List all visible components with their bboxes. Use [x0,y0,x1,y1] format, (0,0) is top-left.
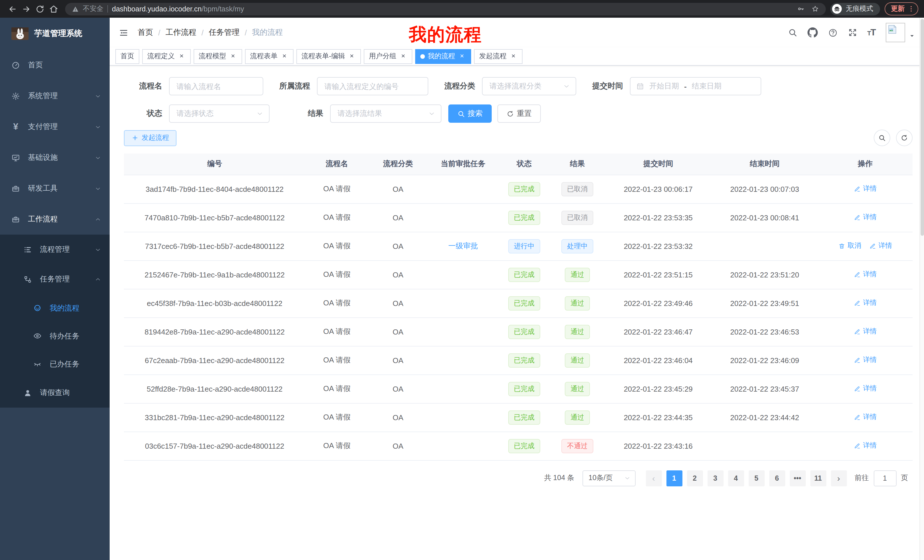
home-icon[interactable] [47,2,60,16]
reload-icon[interactable] [33,2,47,16]
search-icon[interactable] [788,28,797,37]
cell-current_task[interactable]: 一级审批 [428,232,498,260]
table-row: 52ffd28e-7b9a-11ec-a290-acde48001122OA 请… [124,374,913,403]
not-secure-icon[interactable] [72,5,79,12]
page-button-3[interactable]: 3 [707,470,723,486]
next-page-button[interactable]: › [831,470,847,486]
status-badge: 已完成 [508,382,540,396]
page-button-2[interactable]: 2 [687,470,703,486]
reset-button[interactable]: 重置 [497,105,541,123]
scrollbar-thumb[interactable] [921,19,924,236]
category-select[interactable]: 请选择流程分类 [482,77,576,95]
avatar[interactable] [886,23,905,42]
cell-name: OA 请假 [305,403,368,431]
detail-action[interactable]: 详情 [854,184,877,194]
sidebar-item-研发工具[interactable]: 研发工具 [0,173,110,204]
breadcrumb-item[interactable]: 首页 [138,27,153,38]
toggle-search-button[interactable] [874,130,890,146]
detail-action[interactable]: 详情 [854,412,877,422]
browser-menu-icon[interactable] [908,5,915,13]
process-definition-input[interactable] [317,77,428,95]
result-badge: 通过 [565,353,590,367]
breadcrumb-item[interactable]: 工作流程 [166,27,196,38]
back-icon[interactable] [6,2,20,16]
user-menu[interactable] [886,23,915,42]
tab-我的流程[interactable]: 我的流程× [415,49,471,64]
browser-update-button[interactable]: 更新 [885,2,918,15]
page-size-value: 10条/页 [588,473,624,483]
cancel-action[interactable]: 取消 [838,241,861,251]
caret-down-icon[interactable] [909,33,915,39]
font-size-icon[interactable]: TT [867,28,876,37]
sidebar-item-系统管理[interactable]: 系统管理 [0,81,110,111]
sidebar-item-任务管理[interactable]: 任务管理 [0,264,110,294]
tab-close-icon[interactable]: × [178,52,186,60]
detail-action[interactable]: 详情 [869,241,892,251]
tab-用户分组[interactable]: 用户分组× [364,49,412,64]
delete-icon [838,243,845,250]
cell-result: 通过 [550,346,605,374]
page-scrollbar[interactable] [920,18,924,560]
help-icon[interactable] [828,28,837,37]
breadcrumb-item[interactable]: 任务管理 [209,27,240,38]
github-icon[interactable] [807,27,818,38]
refresh-table-button[interactable] [896,130,913,146]
detail-action[interactable]: 详情 [854,327,877,337]
tab-close-icon[interactable]: × [229,52,237,60]
cell-submit_time: 2022-01-22 23:53:32 [605,232,711,260]
tab-close-icon[interactable]: × [458,52,466,60]
sidebar-item-支付管理[interactable]: ¥支付管理 [0,111,110,142]
prev-page-button[interactable]: ‹ [646,470,662,486]
sidebar-item-工作流程[interactable]: 工作流程 [0,204,110,235]
sidebar-item-我的流程[interactable]: 我的流程 [0,294,110,322]
goto-page-input[interactable] [873,470,896,486]
edit-icon [854,385,861,392]
pagination-ellipsis[interactable]: ••• [789,470,806,486]
bookmark-star-icon[interactable] [812,5,819,13]
sidebar-toggle-icon[interactable] [119,28,129,37]
page-button-6[interactable]: 6 [769,470,785,486]
action-label: 详情 [863,270,877,279]
sidebar-item-请假查询[interactable]: 请假查询 [0,378,110,407]
tab-首页[interactable]: 首页 [116,49,140,64]
sidebar-item-首页[interactable]: 首页 [0,49,110,81]
tab-流程模型[interactable]: 流程模型× [194,49,242,64]
column-header-end_time: 结束时间 [711,154,818,175]
result-select[interactable]: 请选择流结果 [330,105,441,123]
tab-流程表单-编辑[interactable]: 流程表单-编辑× [296,49,361,64]
fullscreen-icon[interactable] [848,28,857,37]
forward-icon[interactable] [20,2,33,16]
page-button-4[interactable]: 4 [728,470,744,486]
page-button-1[interactable]: 1 [666,470,682,486]
tab-close-icon[interactable]: × [348,52,356,60]
submit-time-range-picker[interactable]: 开始日期 - 结束日期 [630,77,761,95]
detail-action[interactable]: 详情 [854,298,877,308]
page-size-select[interactable]: 10条/页 [582,470,635,486]
tab-close-icon[interactable]: × [399,52,407,60]
page-button-5[interactable]: 5 [748,470,764,486]
detail-action[interactable]: 详情 [854,270,877,279]
sidebar-item-基础设施[interactable]: 基础设施 [0,142,110,173]
password-key-icon[interactable] [797,5,805,13]
detail-action[interactable]: 详情 [854,213,877,222]
column-header-id: 编号 [124,154,305,175]
tab-流程定义[interactable]: 流程定义× [142,49,191,64]
sidebar-item-流程管理[interactable]: 流程管理 [0,235,110,264]
page-button-11[interactable]: 11 [810,470,826,486]
detail-action[interactable]: 详情 [854,441,877,451]
detail-action[interactable]: 详情 [854,384,877,394]
sidebar-item-已办任务[interactable]: 已办任务 [0,350,110,378]
address-bar[interactable]: 不安全 dashboard.yudao.iocoder.cn/bpm/task/… [65,3,826,15]
detail-action[interactable]: 详情 [854,355,877,365]
tab-发起流程[interactable]: 发起流程× [474,49,522,64]
tab-流程表单[interactable]: 流程表单× [245,49,294,64]
status-badge: 已完成 [508,325,540,339]
chevron-down-icon [256,110,263,117]
search-button[interactable]: 搜索 [448,105,492,123]
tab-close-icon[interactable]: × [280,52,288,60]
status-select[interactable]: 请选择状态 [169,105,270,123]
tab-close-icon[interactable]: × [509,52,518,60]
process-name-input[interactable] [169,77,263,95]
start-process-button[interactable]: 发起流程 [124,130,177,146]
sidebar-item-待办任务[interactable]: 待办任务 [0,322,110,350]
